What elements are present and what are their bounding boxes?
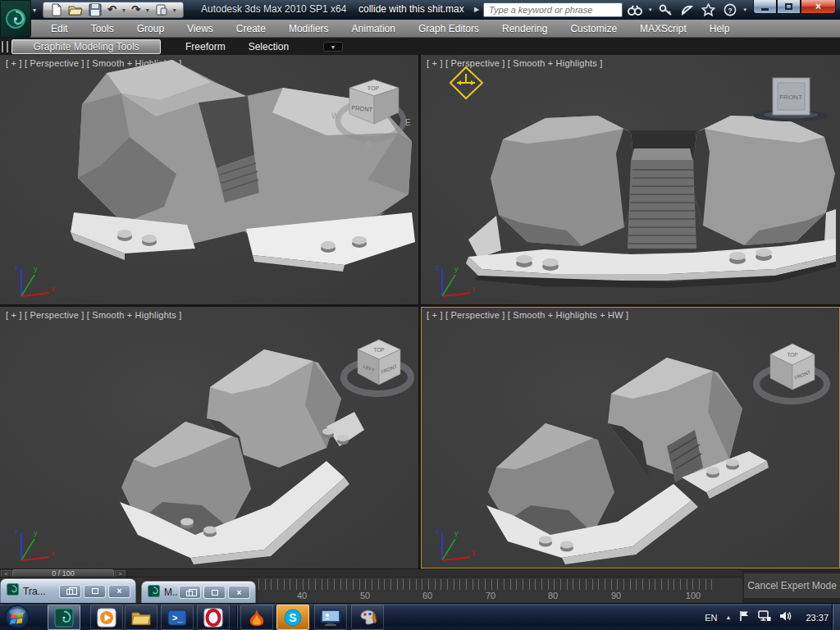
track-number: 70: [486, 591, 495, 600]
viewcube-front-label[interactable]: FRONT: [779, 94, 802, 101]
menu-help[interactable]: Help: [698, 20, 742, 38]
viewcube-left-label[interactable]: LEFT: [363, 363, 376, 373]
compass-south-label[interactable]: S: [366, 140, 372, 149]
viewport-label[interactable]: [ + ] [ Perspective ] [ Smooth + Highlig…: [427, 310, 628, 320]
viewcube-top-label[interactable]: TOP: [373, 347, 384, 353]
tab-graphite-modeling-tools[interactable]: Graphite Modeling Tools: [11, 39, 161, 54]
floating-window-controls: ×: [179, 586, 250, 599]
svg-text:S: S: [289, 611, 296, 624]
window-controls: ×: [753, 0, 836, 14]
menu-animation[interactable]: Animation: [340, 20, 407, 38]
axis-x-label: x: [51, 285, 55, 293]
network-icon[interactable]: [758, 610, 771, 625]
menu-views[interactable]: Views: [176, 20, 225, 38]
new-file-icon[interactable]: [50, 3, 62, 16]
menu-group[interactable]: Group: [126, 20, 176, 38]
viewcube[interactable]: FRONT: [753, 78, 829, 121]
compass-east-label[interactable]: E: [405, 118, 411, 127]
taskbar-opera[interactable]: [197, 605, 230, 630]
volume-icon[interactable]: [779, 610, 792, 625]
ribbon-drag-handle-icon[interactable]: [2, 41, 8, 52]
viewcube-top-label[interactable]: TOP: [368, 85, 380, 91]
language-indicator[interactable]: EN: [705, 613, 717, 623]
maximize-button[interactable]: [777, 0, 801, 14]
viewport-label[interactable]: [ + ] [ Perspective ] [ Smooth + Highlig…: [6, 58, 181, 68]
viewcube[interactable]: TOP FRONT: [756, 344, 827, 401]
floating-window-trackview[interactable]: Tra... ×: [0, 578, 136, 603]
restore-button[interactable]: [179, 586, 201, 599]
axis-z-label: z: [15, 527, 19, 536]
titlebar[interactable]: ↶ ▾ ↷ ▾ ▾ Autodesk 3ds Max 2010 SP1 x64 …: [0, 0, 840, 20]
subscription-key-icon[interactable]: [659, 3, 673, 16]
tab-selection[interactable]: Selection: [237, 39, 300, 54]
menu-rendering[interactable]: Rendering: [491, 20, 559, 38]
help-caret-icon[interactable]: ▾: [744, 7, 747, 13]
open-file-icon[interactable]: [68, 3, 83, 16]
viewport-bottom-left[interactable]: [ + ] [ Perspective ] [ Smooth + Highlig…: [0, 307, 418, 568]
help-icon[interactable]: ?: [723, 3, 737, 16]
application-menu-button[interactable]: [0, 0, 31, 38]
viewcube-top-label[interactable]: TOP: [787, 352, 797, 358]
action-center-flag-icon[interactable]: [739, 610, 750, 625]
taskbar-remote-desktop[interactable]: [314, 605, 347, 630]
toolbar-caret-icon[interactable]: ▾: [173, 7, 176, 14]
search-caret-icon[interactable]: ▾: [649, 7, 652, 13]
redo-caret-icon[interactable]: ▾: [146, 7, 149, 14]
ribbon-minimize-caret-icon[interactable]: ▼: [323, 42, 343, 52]
favorites-star-icon[interactable]: [701, 3, 716, 16]
viewport-bottom-right[interactable]: [ + ] [ Perspective ] [ Smooth + Highlig…: [421, 307, 840, 568]
undo-caret-icon[interactable]: ▾: [122, 7, 126, 14]
time-slider[interactable]: < 0 / 100 >: [0, 568, 742, 577]
communication-center-icon[interactable]: [680, 3, 695, 16]
tab-freeform[interactable]: Freeform: [174, 39, 237, 54]
project-toolbar-icon[interactable]: [155, 3, 167, 16]
minimize-button[interactable]: [753, 0, 777, 14]
floating-window-maxscript[interactable]: M... ×: [141, 581, 256, 603]
3dsmax-logo-icon: [4, 7, 27, 30]
hidden-icons-arrow-icon[interactable]: ▲: [726, 614, 732, 620]
viewport-top-left[interactable]: [ + ] [ Perspective ] [ Smooth + Highlig…: [0, 55, 418, 304]
viewport-label[interactable]: [ + ] [ Perspective ] [ Smooth + Highlig…: [6, 310, 181, 320]
menu-edit[interactable]: Edit: [39, 20, 80, 38]
menu-customize[interactable]: Customize: [559, 20, 628, 38]
viewcube[interactable]: W S E TOP FRONT: [331, 80, 411, 149]
close-button[interactable]: ×: [228, 586, 250, 599]
axis-y-label: y: [34, 529, 38, 537]
maximize-button[interactable]: [84, 585, 106, 598]
viewport-top-right[interactable]: [ + ] [ Perspective ] [ Smooth + Highlig…: [421, 55, 840, 304]
taskbar-flame-app[interactable]: [240, 605, 273, 630]
viewcube[interactable]: TOP LEFT FRONT: [344, 340, 411, 394]
app-menu-caret-icon[interactable]: ▾: [33, 7, 36, 14]
search-input[interactable]: [483, 2, 623, 17]
cancel-expert-mode-button[interactable]: Cancel Expert Mode: [744, 573, 840, 598]
taskbar-powershell[interactable]: >_: [161, 605, 194, 630]
taskbar-paint[interactable]: [351, 605, 384, 630]
search-binoculars-icon[interactable]: [628, 3, 642, 16]
menu-maxscript[interactable]: MAXScript: [628, 20, 698, 38]
close-button[interactable]: ×: [801, 0, 836, 14]
taskbar-clock[interactable]: 23:37: [806, 613, 829, 623]
viewcube-front-label[interactable]: FRONT: [381, 363, 399, 374]
menu-modifiers[interactable]: Modifiers: [277, 20, 340, 38]
taskbar-3dsmax[interactable]: [48, 605, 80, 630]
redo-icon[interactable]: ↷: [131, 3, 140, 16]
close-button[interactable]: ×: [108, 585, 130, 598]
compass-west-label[interactable]: W: [331, 112, 340, 121]
viewcube-front-label[interactable]: FRONT: [794, 369, 812, 380]
axis-tripod: z y x: [10, 260, 67, 301]
taskbar-explorer[interactable]: [125, 605, 158, 630]
menu-tools[interactable]: Tools: [80, 20, 126, 38]
viewcube-front-label[interactable]: FRONT: [351, 104, 373, 114]
save-icon[interactable]: [89, 3, 102, 16]
restore-button[interactable]: [59, 585, 81, 598]
undo-icon[interactable]: ↶: [107, 3, 116, 16]
viewport-label[interactable]: [ + ] [ Perspective ] [ Smooth + Highlig…: [427, 58, 602, 68]
show-desktop-button[interactable]: [832, 604, 840, 630]
start-button[interactable]: [3, 605, 31, 630]
menu-create[interactable]: Create: [225, 20, 277, 38]
taskbar-skype[interactable]: S: [276, 605, 309, 630]
taskbar-media-player[interactable]: [90, 605, 123, 630]
file-menu-arrow-icon[interactable]: ▶: [472, 2, 482, 16]
maximize-button[interactable]: [203, 586, 226, 599]
menu-graph-editors[interactable]: Graph Editors: [407, 20, 491, 38]
